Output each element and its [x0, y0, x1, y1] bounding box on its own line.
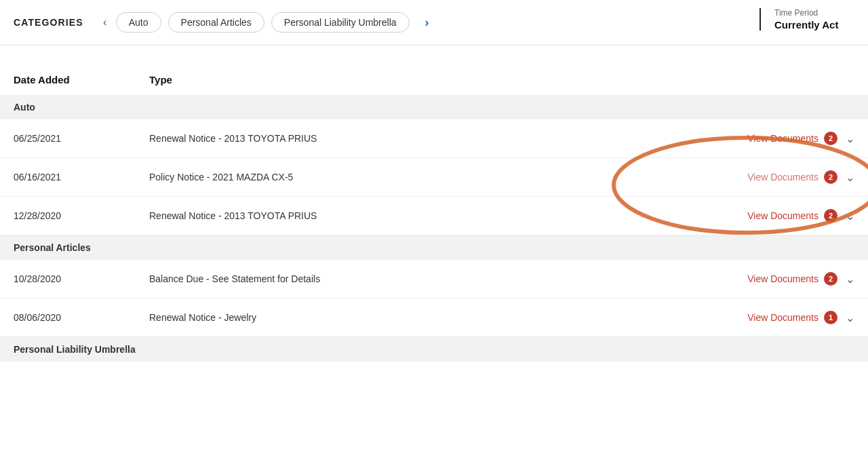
section-header-umbrella: Personal Liability Umbrella	[0, 337, 868, 362]
row-type: Balance Due - See Statement for Details	[149, 273, 747, 284]
tab-auto[interactable]: Auto	[116, 12, 161, 33]
col-type-header: Type	[149, 74, 854, 85]
tab-personal-liability-umbrella[interactable]: Personal Liability Umbrella	[271, 12, 410, 33]
table-row: 12/28/2020 Renewal Notice - 2013 TOYOTA …	[0, 197, 868, 235]
table-body: Auto 06/25/2021 Renewal Notice - 2013 TO…	[0, 95, 868, 362]
row-type: Renewal Notice - 2013 TOYOTA PRIUS	[149, 210, 747, 221]
row-action: View Documents 1 ⌄	[747, 311, 854, 324]
row-date: 06/25/2021	[14, 133, 149, 144]
row-action: View Documents 2 ⌄	[747, 132, 854, 145]
view-documents-link[interactable]: View Documents	[747, 210, 818, 221]
view-documents-link[interactable]: View Documents	[747, 133, 818, 144]
view-documents-link[interactable]: View Documents	[747, 312, 818, 323]
row-date: 08/06/2020	[14, 312, 149, 323]
page-wrapper: CATEGORIES ‹ Auto Personal Articles Pers…	[0, 0, 868, 462]
chevron-down-icon[interactable]: ⌄	[846, 311, 854, 324]
table-row: 08/06/2020 Renewal Notice - Jewelry View…	[0, 299, 868, 337]
doc-count-badge: 2	[824, 132, 837, 145]
view-documents-link[interactable]: View Documents	[747, 273, 818, 284]
section-header-personal-articles: Personal Articles	[0, 235, 868, 260]
row-date: 06/16/2021	[14, 172, 149, 182]
row-action: View Documents 2 ⌄	[747, 170, 854, 184]
chevron-down-icon[interactable]: ⌄	[846, 210, 854, 223]
nav-prev-button[interactable]: ‹	[94, 12, 116, 33]
row-type: Renewal Notice - 2013 TOYOTA PRIUS	[149, 133, 747, 144]
table-row: 10/28/2020 Balance Due - See Statement f…	[0, 260, 868, 299]
time-period-value: Currently Act	[774, 19, 838, 31]
time-period-section: Time Period Currently Act	[760, 8, 868, 31]
doc-count-badge: 2	[824, 209, 837, 223]
row-date: 12/28/2020	[14, 210, 149, 221]
table-row: 06/25/2021 Renewal Notice - 2013 TOYOTA …	[0, 119, 868, 158]
row-type: Renewal Notice - Jewelry	[149, 312, 747, 323]
doc-count-badge: 2	[824, 170, 837, 184]
view-documents-link[interactable]: View Documents	[747, 172, 818, 182]
time-period-label: Time Period	[774, 8, 818, 18]
col-date-header: Date Added	[14, 74, 149, 85]
category-tabs: Auto Personal Articles Personal Liabilit…	[116, 12, 868, 33]
section-header-auto: Auto	[0, 95, 868, 119]
spacer	[0, 45, 868, 59]
chevron-down-icon[interactable]: ⌄	[846, 171, 854, 184]
row-action: View Documents 2 ⌄	[747, 209, 854, 223]
nav-next-button[interactable]: ›	[416, 12, 438, 33]
doc-count-badge: 1	[824, 311, 837, 324]
row-date: 10/28/2020	[14, 273, 149, 284]
chevron-down-icon[interactable]: ⌄	[846, 132, 854, 145]
row-action: View Documents 2 ⌄	[747, 272, 854, 286]
table-row: 06/16/2021 Policy Notice - 2021 MAZDA CX…	[0, 158, 868, 197]
top-bar: CATEGORIES ‹ Auto Personal Articles Pers…	[0, 0, 868, 45]
doc-count-badge: 2	[824, 272, 837, 286]
row-type: Policy Notice - 2021 MAZDA CX-5	[149, 172, 747, 182]
column-headers: Date Added Type	[0, 59, 868, 95]
categories-label: CATEGORIES	[0, 17, 83, 28]
tab-personal-articles[interactable]: Personal Articles	[168, 12, 264, 33]
chevron-down-icon[interactable]: ⌄	[846, 273, 854, 286]
